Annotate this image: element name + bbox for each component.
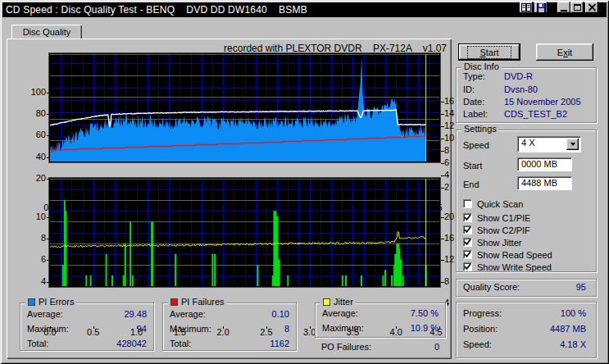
save-button[interactable] — [534, 2, 548, 13]
pie-chart — [49, 53, 440, 162]
disc-label-value: CDS_TEST_B2 — [504, 109, 567, 119]
jitter-swatch-icon — [323, 298, 330, 306]
quality-score-value: 95 — [576, 282, 586, 293]
speed-select[interactable]: 4 X — [517, 136, 581, 152]
pi-failures-bar — [361, 275, 362, 286]
pif-chart — [49, 178, 440, 287]
speed-row: Speed:4.18 X — [463, 339, 586, 351]
quality-score-row: Quality Score:95 — [463, 282, 586, 293]
y-axis-right-label: 16 — [444, 96, 454, 106]
save-icon — [537, 3, 546, 12]
tab-page: recorded with PLEXTOR DVDR PX-712A v1.07… — [7, 39, 452, 359]
y-axis-right-label: 6 — [444, 157, 449, 167]
y-axis-right-label: 4 — [444, 170, 449, 180]
y-axis-left-label: 6 — [18, 254, 46, 264]
stat-row: Total:1162 — [170, 339, 289, 350]
stat-row: Total:428042 — [27, 339, 147, 350]
axis-tick — [441, 175, 444, 176]
checkbox-icon — [463, 262, 472, 271]
y-axis-right-label: 10 — [444, 133, 454, 143]
checkbox-icon — [463, 199, 472, 208]
pi-failures-bar — [287, 275, 289, 286]
stat-row: Maximum:10.9 % — [322, 323, 439, 334]
axis-tick — [47, 217, 50, 218]
start-button[interactable]: Start — [458, 43, 520, 61]
pi-errors-group: PI Errors Average:29.48 Maximum:94 Total… — [20, 303, 154, 351]
start-input[interactable]: 0000 MB — [517, 157, 572, 171]
speed-value: 4.18 X — [560, 339, 586, 351]
axis-tick — [310, 326, 311, 329]
axis-tick — [441, 139, 444, 139]
pi-failures-bar — [277, 259, 280, 286]
axis-tick — [441, 188, 444, 189]
axis-tick — [441, 102, 444, 102]
y-axis-left-label: 8 — [18, 233, 46, 243]
maximize-icon — [574, 4, 581, 11]
pi-failures-bar — [125, 243, 126, 286]
y-axis-right-label: 2 — [444, 182, 449, 192]
disc-info-group: Disc Info Type:DVD-R ID:Dvsn-80 Date:15 … — [456, 67, 597, 123]
disc-id-value: Dvsn-80 — [504, 84, 538, 94]
axis-tick — [441, 126, 444, 127]
axis-tick — [180, 202, 180, 204]
axis-tick — [47, 93, 50, 93]
y-axis-right-label: 12 — [444, 121, 454, 130]
pi-failures-bar — [90, 275, 92, 286]
axis-tick — [441, 114, 444, 115]
tab-disc-quality[interactable]: Disc Quality — [11, 25, 82, 39]
checkbox-show-c2-pif[interactable]: Show C2/PIF — [463, 225, 530, 235]
end-input[interactable]: 4488 MB — [517, 176, 572, 190]
pi-failures-bar — [384, 270, 386, 286]
checkbox-icon — [463, 225, 472, 234]
pi-failures-bar — [342, 275, 343, 286]
pi-failures-bar — [66, 211, 67, 286]
close-button[interactable] — [585, 2, 598, 13]
exit-button[interactable]: Exit — [536, 43, 593, 61]
checkbox-show-jitter[interactable]: Show Jitter — [463, 237, 521, 248]
checkbox-show-c1-pie[interactable]: Show C1/PIE — [463, 212, 530, 223]
axis-tick — [47, 282, 50, 283]
y-axis-right-label: 8 — [444, 145, 449, 155]
checkbox-show-read-speed[interactable]: Show Read Speed — [463, 249, 552, 260]
pi-failures-bar — [345, 275, 347, 286]
app-window: CD Speed : Disc Quality Test - BENQ DVD … — [0, 0, 609, 364]
y-axis-right-label: 20 — [444, 212, 454, 221]
axis-tick — [441, 151, 444, 152]
axis-tick — [352, 202, 353, 204]
axis-tick — [93, 202, 94, 204]
progress-value: 100 % — [561, 308, 586, 320]
axis-tick — [47, 260, 50, 261]
stat-row: Average:29.48 — [27, 309, 147, 321]
axis-tick — [137, 202, 138, 204]
pi-errors-title: PI Errors — [39, 297, 74, 307]
y-axis-left-label: 100 — [18, 87, 46, 97]
checkbox-quick-scan[interactable]: Quick Scan — [463, 198, 523, 209]
jitter-title: Jitter — [334, 297, 353, 307]
titlebar[interactable]: CD Speed : Disc Quality Test - BENQ DVD … — [2, 2, 607, 17]
settings-title: Settings — [464, 124, 497, 134]
recorded-with-note: recorded with PLEXTOR DVDR PX-712A v1.07 — [7, 43, 447, 54]
axis-tick — [47, 135, 50, 136]
axis-tick — [47, 114, 50, 115]
pi-failures-title: PI Failures — [181, 297, 225, 307]
axis-tick — [396, 202, 397, 204]
pi-failures-bar — [175, 254, 176, 286]
axis-tick — [47, 239, 50, 239]
checkbox-show-write-speed[interactable]: Show Write Speed — [463, 262, 552, 272]
progress-row: Progress:100 % — [463, 308, 586, 320]
y-axis-left-label: 4 — [18, 276, 46, 286]
report-button[interactable] — [520, 2, 533, 13]
y-axis-right-label: 16 — [444, 233, 454, 243]
axis-tick — [47, 157, 50, 158]
y-axis-left-label: 20 — [18, 173, 46, 183]
axis-tick — [441, 282, 444, 283]
position-value: 4487 MB — [550, 324, 586, 335]
chevron-down-icon — [570, 143, 575, 146]
speed-dropdown-button[interactable] — [566, 139, 579, 150]
pi-failures-bar — [151, 221, 153, 286]
pi-failures-bar — [111, 275, 113, 286]
maximize-button[interactable] — [570, 2, 584, 13]
minimize-icon — [561, 10, 567, 11]
minimize-button[interactable] — [557, 2, 570, 13]
start-label: Start — [463, 161, 482, 171]
